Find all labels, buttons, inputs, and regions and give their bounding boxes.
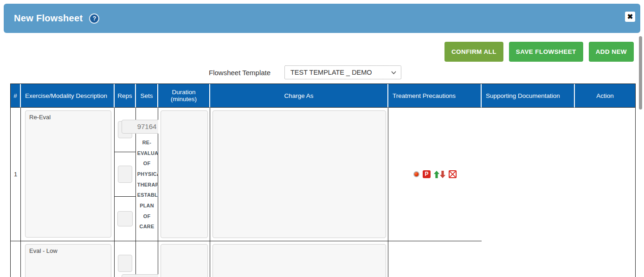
- column-header-duration: Duration (minutes): [158, 84, 210, 108]
- delete-x-glyph: [450, 171, 456, 177]
- dialog-title: New Flowsheet: [14, 13, 83, 24]
- column-header-charge-as: Charge As: [210, 84, 388, 108]
- table-row: 2 Eval - Low 97161 PHYSICAL THERAPY EVAL…: [11, 241, 635, 277]
- treatment-precautions-input[interactable]: [161, 244, 208, 277]
- move-up-icon[interactable]: [434, 171, 439, 178]
- table-header-row: # Exercise/Modality Description Reps Set…: [11, 84, 635, 108]
- delete-icon[interactable]: [449, 170, 457, 178]
- duration-input[interactable]: [117, 211, 133, 226]
- charge-description: RE-EVALUATION OF PHYSICAL THERAPY ESTABL…: [137, 137, 156, 232]
- row-number: 1: [11, 108, 21, 241]
- help-icon[interactable]: ?: [89, 13, 99, 24]
- flowsheet-table: # Exercise/Modality Description Reps Set…: [10, 84, 636, 277]
- exercise-description-input[interactable]: Re-Eval: [25, 110, 111, 238]
- column-header-action: Action: [575, 84, 635, 108]
- chevron-down-icon: [391, 71, 396, 74]
- close-icon[interactable]: ✖: [625, 12, 635, 22]
- table-row: 1 Re-Eval 97164 RE-EVALUATION OF PHYSICA…: [11, 108, 635, 241]
- reps-input[interactable]: [118, 255, 132, 272]
- column-header-sets: Sets: [136, 84, 158, 108]
- row-number: 2: [11, 241, 21, 277]
- vertical-scrollbar-thumb[interactable]: [639, 36, 642, 110]
- treatment-precautions-input[interactable]: [161, 110, 208, 238]
- column-header-description: Exercise/Modality Description: [21, 84, 115, 108]
- toolbar: CONFIRM ALL SAVE FLOWSHEET ADD NEW: [444, 42, 634, 62]
- save-flowsheet-button[interactable]: SAVE FLOWSHEET: [509, 42, 583, 62]
- exercise-description-input[interactable]: Eval - Low: [25, 244, 111, 277]
- supporting-documentation-input[interactable]: [213, 244, 386, 277]
- confirm-all-button[interactable]: CONFIRM ALL: [444, 42, 503, 62]
- column-header-treatment-precautions: Treatment Precautions: [388, 84, 482, 108]
- supporting-documentation-input[interactable]: [213, 110, 386, 238]
- flowsheet-template-label: Flowsheet Template: [209, 69, 270, 77]
- column-header-number: #: [11, 84, 21, 108]
- flowsheet-template-select[interactable]: TEST TEMPLATE _ DEMO: [284, 65, 401, 79]
- dialog-header: New Flowsheet ? ✖: [4, 4, 640, 33]
- sets-input[interactable]: [118, 166, 132, 183]
- column-header-supporting-documentation: Supporting Documentation: [482, 84, 575, 108]
- record-icon[interactable]: [413, 171, 419, 177]
- move-down-icon[interactable]: [440, 171, 445, 178]
- column-header-reps: Reps: [115, 84, 136, 108]
- add-new-button[interactable]: ADD NEW: [589, 42, 634, 62]
- flowsheet-template-value: TEST TEMPLATE _ DEMO: [290, 69, 372, 76]
- charge-p-icon[interactable]: P: [423, 170, 431, 178]
